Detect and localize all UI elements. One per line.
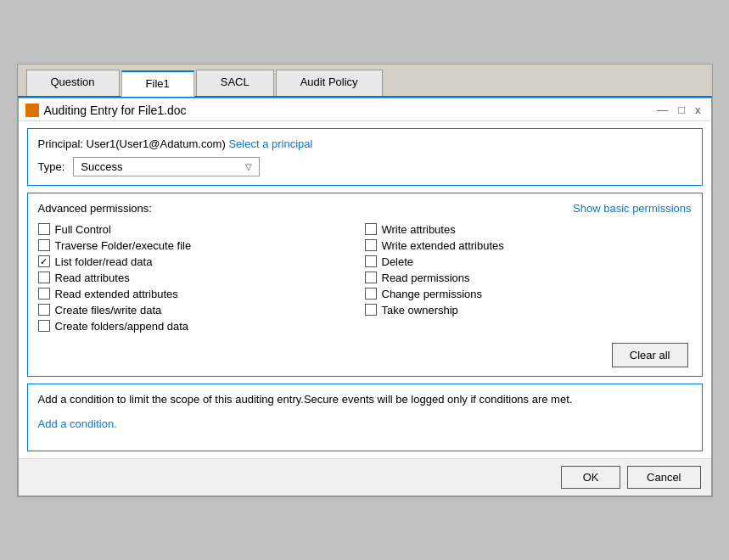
perm-label-write-extended-attributes: Write extended attributes xyxy=(382,239,504,252)
left-permissions-col: Full Control Traverse Folder/execute fil… xyxy=(38,223,365,333)
perm-label-read-attributes: Read attributes xyxy=(55,272,130,284)
permissions-header: Advanced permissions: Show basic permiss… xyxy=(38,202,692,215)
perm-label-take-ownership: Take ownership xyxy=(382,304,458,316)
perm-delete: Delete xyxy=(365,255,692,268)
perm-create-files: Create files/write data xyxy=(38,304,365,316)
tab-question[interactable]: Question xyxy=(26,70,120,96)
checkbox-read-attributes[interactable] xyxy=(38,272,50,283)
checkbox-create-folders[interactable] xyxy=(38,320,50,332)
perm-write-attributes: Write attributes xyxy=(365,223,692,236)
principal-value: User1(User1@Adatum.com) xyxy=(87,137,226,150)
type-selected-value: Success xyxy=(81,160,122,173)
title-bar: Auditing Entry for File1.doc — □ x xyxy=(19,98,711,121)
window-title: Auditing Entry for File1.doc xyxy=(44,104,187,117)
tab-bar: Question File1 SACL Audit Policy xyxy=(18,64,712,98)
checkbox-delete[interactable] xyxy=(365,255,377,267)
dropdown-arrow-icon: ▽ xyxy=(245,162,252,171)
main-window: Auditing Entry for File1.doc — □ x Princ… xyxy=(18,98,712,496)
perm-label-read-permissions: Read permissions xyxy=(382,272,470,284)
perm-list-folder: ✓ List folder/read data xyxy=(38,255,365,268)
perm-label-write-attributes: Write attributes xyxy=(382,223,456,236)
cancel-button[interactable]: Cancel xyxy=(627,466,700,489)
checkbox-traverse-folder[interactable] xyxy=(38,239,50,251)
perm-label-delete: Delete xyxy=(382,255,414,268)
checkbox-change-permissions[interactable] xyxy=(365,288,377,300)
window-controls: — □ x xyxy=(653,104,704,116)
maximize-button[interactable]: □ xyxy=(675,104,688,116)
clear-all-row: Clear all xyxy=(38,343,692,367)
outer-container: Question File1 SACL Audit Policy Auditin… xyxy=(17,64,713,497)
show-basic-permissions-link[interactable]: Show basic permissions xyxy=(573,202,691,215)
select-principal-link[interactable]: Select a principal xyxy=(228,137,312,150)
checkbox-read-permissions[interactable] xyxy=(365,272,377,283)
condition-text: Add a condition to limit the scope of th… xyxy=(38,393,692,406)
checkbox-write-attributes[interactable] xyxy=(365,223,377,235)
perm-label-change-permissions: Change permissions xyxy=(382,288,483,300)
tab-file1[interactable]: File1 xyxy=(121,70,194,97)
title-bar-left: Auditing Entry for File1.doc xyxy=(25,104,187,117)
perm-label-create-files: Create files/write data xyxy=(55,304,162,316)
perm-change-permissions: Change permissions xyxy=(365,288,692,300)
type-line: Type: Success ▽ xyxy=(38,157,692,176)
checkbox-take-ownership[interactable] xyxy=(365,304,377,316)
perm-label-read-extended-attributes: Read extended attributes xyxy=(55,288,178,300)
ok-button[interactable]: OK xyxy=(561,466,620,489)
add-condition-link[interactable]: Add a condition. xyxy=(38,417,117,430)
permissions-columns: Full Control Traverse Folder/execute fil… xyxy=(38,223,692,333)
permissions-section: Advanced permissions: Show basic permiss… xyxy=(27,193,703,377)
principal-line: Principal: User1(User1@Adatum.com) Selec… xyxy=(38,137,692,150)
principal-section: Principal: User1(User1@Adatum.com) Selec… xyxy=(27,128,703,186)
perm-create-folders: Create folders/append data xyxy=(38,320,365,333)
close-button[interactable]: x xyxy=(692,104,704,116)
perm-label-full-control: Full Control xyxy=(55,223,111,236)
type-dropdown[interactable]: Success ▽ xyxy=(73,157,260,176)
principal-label: Principal: xyxy=(38,137,83,150)
footer-buttons: OK Cancel xyxy=(19,458,711,496)
tab-sacl[interactable]: SACL xyxy=(196,70,274,96)
checkbox-create-files[interactable] xyxy=(38,304,50,316)
type-label: Type: xyxy=(38,160,65,173)
perm-take-ownership: Take ownership xyxy=(365,304,692,316)
perm-label-create-folders: Create folders/append data xyxy=(55,320,189,333)
orange-icon xyxy=(25,104,39,117)
clear-all-button[interactable]: Clear all xyxy=(612,343,688,367)
checkbox-list-folder[interactable]: ✓ xyxy=(38,255,50,267)
perm-read-extended-attributes: Read extended attributes xyxy=(38,288,365,300)
checkbox-read-extended-attributes[interactable] xyxy=(38,288,50,300)
perm-read-attributes: Read attributes xyxy=(38,272,365,284)
perm-label-list-folder: List folder/read data xyxy=(55,255,153,268)
permissions-title: Advanced permissions: xyxy=(38,202,152,215)
minimize-button[interactable]: — xyxy=(653,104,671,116)
perm-traverse-folder: Traverse Folder/execute file xyxy=(38,239,365,252)
tab-audit-policy[interactable]: Audit Policy xyxy=(276,70,383,96)
condition-section: Add a condition to limit the scope of th… xyxy=(27,384,703,451)
checkbox-full-control[interactable] xyxy=(38,223,50,235)
perm-write-extended-attributes: Write extended attributes xyxy=(365,239,692,252)
perm-label-traverse-folder: Traverse Folder/execute file xyxy=(55,239,192,252)
checkbox-write-extended-attributes[interactable] xyxy=(365,239,377,251)
right-permissions-col: Write attributes Write extended attribut… xyxy=(365,223,692,333)
perm-read-permissions: Read permissions xyxy=(365,272,692,284)
perm-full-control: Full Control xyxy=(38,223,365,236)
